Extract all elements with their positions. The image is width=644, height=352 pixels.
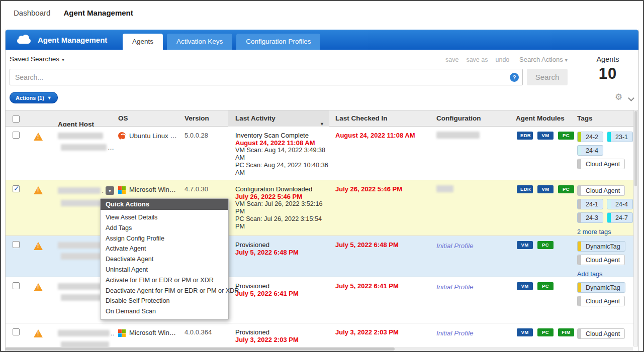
agent-modules-cell: VMPC bbox=[509, 236, 570, 278]
module-title: Agent Management bbox=[38, 36, 107, 44]
tab-activation-keys[interactable]: Activation Keys bbox=[167, 34, 232, 50]
quick-action-item[interactable]: Activate for FIM or EDR or PM or XDR bbox=[101, 275, 228, 286]
host-quick-actions-button[interactable]: ▾ bbox=[106, 186, 114, 195]
os-name: Ubuntu Linux … bbox=[129, 132, 177, 140]
row-checkbox[interactable] bbox=[13, 282, 20, 289]
save-as-link[interactable]: save as bbox=[466, 56, 488, 63]
last-activity-cell: ProvisionedJuly 5, 2022 6:41 PM bbox=[228, 277, 329, 323]
tag-pill: 24-2 bbox=[577, 132, 603, 142]
tag-color-edge bbox=[578, 159, 581, 169]
tag-pill: Cloud Agent bbox=[577, 296, 625, 306]
more-tags-link[interactable]: 2 more tags bbox=[577, 228, 634, 236]
nav-dashboard[interactable]: Dashboard bbox=[14, 9, 50, 17]
nav-agent-management[interactable]: Agent Management bbox=[63, 9, 133, 17]
redacted-host-name bbox=[58, 242, 106, 249]
tag-color-edge bbox=[578, 283, 581, 292]
last-checked-in-date: July 5, 2022 6:48 PM bbox=[335, 241, 430, 249]
agents-count-value: 10 bbox=[588, 65, 628, 83]
tag-list: Cloud Agent bbox=[577, 328, 634, 339]
warning-icon bbox=[34, 133, 43, 141]
tag-pill: 24-4 bbox=[577, 145, 603, 156]
activity-title: Configuration Downloaded bbox=[235, 185, 329, 193]
os-name: Microsoft Win… bbox=[129, 328, 176, 336]
vertical-scrollbar-thumb[interactable] bbox=[634, 111, 637, 186]
activity-date: July 5, 2022 6:41 PM bbox=[235, 290, 329, 297]
saved-searches-dropdown[interactable]: Saved Searches▾ bbox=[10, 55, 64, 63]
configuration-profile-link[interactable]: Initial Profile bbox=[436, 329, 474, 337]
host-line: .▾ bbox=[58, 186, 114, 195]
actions-button[interactable]: Actions (1)▼ bbox=[10, 92, 58, 103]
tab-configuration-profiles[interactable]: Configuration Profiles bbox=[236, 34, 320, 50]
quick-action-item[interactable]: Deactivate Agent bbox=[101, 254, 228, 265]
tag-pill: 24-1 bbox=[577, 199, 603, 209]
quick-action-item[interactable]: Uninstall Agent bbox=[101, 265, 228, 275]
host-line: … bbox=[61, 144, 114, 151]
activity-scan-line: VM Scan: Aug 14, 2022 3:49:38 AM bbox=[235, 147, 329, 162]
os-name: Microsoft Win… bbox=[129, 185, 176, 193]
tag-list: DynamicTagCloud Agent bbox=[577, 282, 634, 306]
checkbox-cell bbox=[6, 127, 30, 180]
quick-action-item[interactable]: On Demand Scan bbox=[101, 306, 228, 317]
row-checkbox[interactable] bbox=[13, 328, 20, 335]
activity-date: July 3, 2022 2:03 PM bbox=[235, 336, 329, 343]
redacted-configuration bbox=[436, 185, 453, 192]
row-checkbox[interactable] bbox=[13, 185, 20, 192]
module-tabs: AgentsActivation KeysConfiguration Profi… bbox=[123, 34, 320, 50]
quick-action-item[interactable]: Disable Self Protection bbox=[101, 296, 228, 306]
host-line: .. bbox=[58, 329, 114, 337]
search-input[interactable] bbox=[10, 69, 523, 85]
vertical-scrollbar[interactable] bbox=[633, 110, 638, 346]
help-icon[interactable]: ? bbox=[510, 73, 519, 82]
saved-searches-row: Saved Searches▾ save save as undo Search… bbox=[6, 55, 638, 66]
chevron-down-icon: ▼ bbox=[47, 95, 52, 100]
search-button[interactable]: Search bbox=[527, 69, 568, 85]
module-badge-edr: EDR bbox=[517, 185, 533, 193]
configuration-profile-link[interactable]: Initial Profile bbox=[436, 283, 474, 291]
tag-color-edge bbox=[578, 186, 581, 195]
tag-label: DynamicTag bbox=[581, 242, 625, 251]
quick-action-item[interactable]: Deactivate Agent for FIM or EDR or PM or… bbox=[101, 286, 228, 296]
tag-label: 24-1 bbox=[581, 199, 603, 209]
undo-link[interactable]: undo bbox=[496, 56, 510, 63]
agent-host-cell: … bbox=[52, 127, 114, 180]
activity-title: Provisioned bbox=[235, 328, 329, 336]
module-badge-vm: VM bbox=[517, 328, 533, 336]
activity-title: Provisioned bbox=[235, 241, 329, 249]
last-checked-in-cell: July 26, 2022 5:46 PM bbox=[329, 180, 430, 236]
tab-agents[interactable]: Agents bbox=[123, 34, 163, 50]
activity-date: July 26, 2022 5:46 PM bbox=[235, 193, 329, 200]
tags-cell: DynamicTagCloud Agent bbox=[570, 277, 634, 323]
tags-cell: DynamicTagCloud AgentAdd tags bbox=[570, 236, 634, 278]
add-tags-link[interactable]: Add tags bbox=[577, 270, 634, 278]
configuration-cell bbox=[430, 180, 509, 236]
status-cell bbox=[30, 277, 52, 323]
quick-action-item[interactable]: Add Tags bbox=[101, 223, 228, 233]
module-badge-pc: PC bbox=[537, 241, 554, 249]
select-all-checkbox[interactable] bbox=[13, 115, 20, 123]
warning-icon bbox=[34, 283, 43, 291]
configuration-profile-link[interactable]: Initial Profile bbox=[436, 242, 474, 250]
tag-pill: Cloud Agent bbox=[577, 159, 625, 169]
last-checked-in-date: July 5, 2022 6:41 PM bbox=[335, 282, 430, 290]
horizontal-scrollbar[interactable] bbox=[6, 347, 633, 351]
agents-count-label: Agents bbox=[588, 55, 628, 63]
gear-icon[interactable]: ⚙ bbox=[615, 92, 622, 102]
activity-scan-line: VM Scan: Jul 26, 2022 3:52:16 PM bbox=[235, 200, 329, 215]
host-suffix: … bbox=[108, 144, 114, 151]
save-links: save save as undo bbox=[445, 56, 509, 63]
search-actions-dropdown[interactable]: Search Actions▾ bbox=[519, 56, 568, 63]
chevron-down-icon[interactable] bbox=[628, 95, 634, 101]
quick-action-item[interactable]: View Asset Details bbox=[101, 212, 228, 223]
row-checkbox[interactable] bbox=[13, 241, 20, 248]
checkbox-cell bbox=[6, 277, 30, 323]
quick-actions-menu: Quick Actions View Asset DetailsAdd Tags… bbox=[100, 198, 229, 320]
save-link[interactable]: save bbox=[445, 56, 458, 63]
quick-action-item[interactable]: Activate Agent bbox=[101, 244, 228, 254]
activity-scan-line: PC Scan: Aug 24, 2022 10:40:36 AM bbox=[235, 162, 329, 177]
horizontal-scrollbar-thumb[interactable] bbox=[6, 347, 395, 350]
configuration-cell: Initial Profile bbox=[430, 236, 509, 278]
last-checked-in-date: August 24, 2022 11:08 AM bbox=[335, 132, 430, 139]
quick-action-item[interactable]: Assign Config Profile bbox=[101, 233, 228, 244]
activity-scan-line: PC Scan: Jul 26, 2022 3:15:54 PM bbox=[235, 215, 329, 230]
row-checkbox[interactable] bbox=[13, 132, 20, 139]
